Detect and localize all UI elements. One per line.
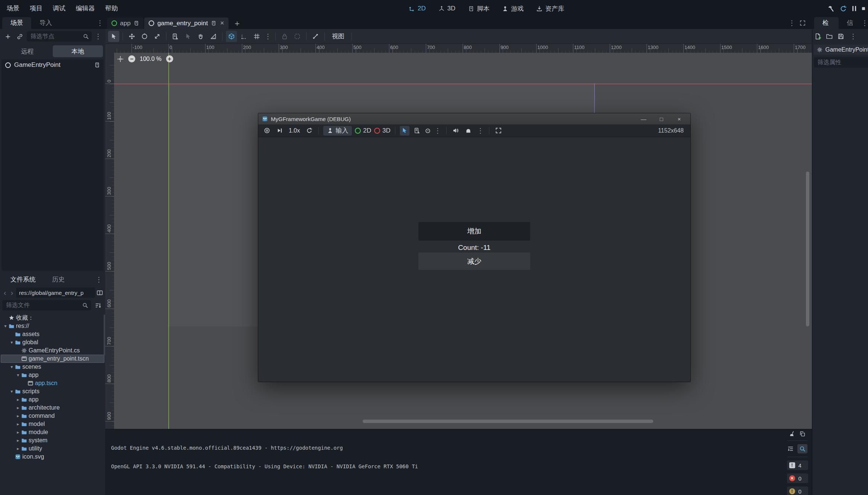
decrease-button[interactable]: 减少	[418, 253, 530, 270]
restart-game-button[interactable]	[840, 5, 847, 12]
debug-3d-toggle[interactable]: 3D	[374, 126, 391, 136]
workspace-game-button[interactable]: 游戏	[502, 4, 524, 13]
fs-tree-row[interactable]: GameEntryPoint.cs	[1, 346, 104, 355]
scene-tree-menu-button[interactable]: ⋮	[94, 30, 102, 42]
pause-button[interactable]	[262, 126, 272, 136]
expand-arrow-icon[interactable]: ▾	[2, 323, 9, 329]
save-resource-button[interactable]	[838, 33, 844, 40]
open-script-icon[interactable]	[94, 62, 100, 68]
embed-fullscreen-button[interactable]	[494, 126, 503, 136]
nav-forward-button[interactable]: ›	[9, 289, 15, 297]
script-icon[interactable]	[133, 20, 139, 26]
new-resource-button[interactable]	[814, 33, 821, 40]
pivot-tool-button[interactable]	[182, 31, 194, 42]
menu-帮助[interactable]: 帮助	[100, 0, 123, 17]
selection-options-menu[interactable]: ⋮	[434, 125, 442, 137]
fs-tree-row[interactable]: ▸model	[1, 420, 104, 428]
select-tool-button[interactable]	[108, 31, 119, 42]
errors-filter-badge[interactable]: × 0	[787, 473, 808, 483]
scene-filter-input[interactable]	[27, 31, 92, 42]
expand-arrow-icon[interactable]: ▸	[15, 430, 21, 435]
pan-tool-button[interactable]	[195, 31, 206, 42]
menu-项目[interactable]: 项目	[25, 0, 48, 17]
fs-tree-row[interactable]: ▸system	[1, 436, 104, 444]
expand-arrow-icon[interactable]: ▾	[15, 372, 21, 378]
path-input[interactable]	[16, 287, 95, 298]
messages-filter-badge[interactable]: ! 4	[787, 460, 808, 470]
2d-viewport[interactable]: − 100.0 % + MyGFrameworkGame (DEBUG) — □…	[114, 53, 812, 429]
lock-node-button[interactable]	[279, 31, 290, 42]
resource-menu-button[interactable]: ⋮	[849, 30, 857, 42]
close-tab-icon[interactable]: ×	[220, 19, 224, 27]
scale-tool-button[interactable]	[152, 31, 163, 42]
list-select-tool-button[interactable]	[170, 31, 181, 42]
tab-history[interactable]: 历史	[44, 274, 73, 286]
expand-arrow-icon[interactable]: ▸	[15, 446, 21, 451]
fs-tree-row[interactable]: game_entry_point.tscn	[1, 355, 104, 363]
fs-tree-row[interactable]: ▾app	[1, 371, 104, 379]
property-filter-input[interactable]	[814, 57, 868, 68]
list-select-button[interactable]	[412, 126, 422, 136]
smart-snap-toggle[interactable]	[226, 31, 237, 42]
right-dock-menu-button[interactable]: ⋮	[861, 17, 868, 29]
fs-tree-row[interactable]: assets	[1, 330, 104, 338]
fs-tree-row[interactable]: icon.svg	[1, 453, 104, 461]
search-output-toggle[interactable]	[797, 444, 807, 453]
ruler-tool-button[interactable]	[208, 31, 219, 42]
expand-arrow-icon[interactable]: ▸	[15, 438, 21, 443]
fs-tree-row[interactable]: 收藏：	[1, 314, 104, 322]
fs-tree-row[interactable]: ▾global	[1, 338, 104, 346]
fs-tree-row[interactable]: ▾scenes	[1, 363, 104, 371]
zoom-level-label[interactable]: 100.0 %	[140, 56, 162, 62]
zoom-in-button[interactable]: +	[166, 55, 173, 62]
vertical-scrollbar[interactable]	[806, 172, 809, 326]
next-frame-button[interactable]	[275, 126, 284, 136]
speed-selector[interactable]: 1.0x	[287, 127, 301, 134]
script-icon[interactable]	[211, 20, 216, 26]
left-dock-menu-button[interactable]: ⋮	[96, 17, 104, 29]
clear-output-button[interactable]	[789, 431, 796, 437]
fs-tree-row[interactable]: ▾scripts	[1, 387, 104, 395]
file-filter-input[interactable]	[2, 300, 91, 310]
workspace-assetlib-button[interactable]: 资产库	[536, 4, 564, 13]
debug-2d-toggle[interactable]: 2D	[355, 126, 371, 136]
increase-button[interactable]: 增加	[418, 222, 530, 241]
view-menu-button[interactable]: 视图	[328, 32, 348, 40]
expand-arrow-icon[interactable]: ▾	[9, 364, 15, 369]
scene-tabs-menu-button[interactable]: ⋮	[788, 17, 796, 29]
fs-tree-row[interactable]: ▸module	[1, 428, 104, 436]
split-view-icon[interactable]	[97, 290, 103, 296]
warnings-filter-badge[interactable]: ! 0	[787, 486, 808, 495]
tab-scene-dock[interactable]: 场景	[2, 17, 31, 29]
expand-editor-icon[interactable]	[800, 20, 806, 26]
inspected-object-header[interactable]: GameEntryPoint.cs	[814, 45, 868, 55]
gesture-tool-button[interactable]	[464, 126, 473, 136]
menu-编辑器[interactable]: 编辑器	[71, 0, 100, 17]
group-node-button[interactable]	[292, 31, 303, 42]
center-view-icon[interactable]	[117, 56, 124, 62]
expand-arrow-icon[interactable]: ▾	[9, 340, 15, 345]
add-scene-tab-button[interactable]: ＋	[229, 18, 245, 29]
workspace-3d-button[interactable]: 3D	[438, 5, 456, 12]
fs-tree-row[interactable]: ▸architecture	[1, 404, 104, 412]
close-button[interactable]: ×	[672, 116, 687, 122]
expand-arrow-icon[interactable]: ▸	[15, 413, 21, 419]
nav-back-button[interactable]: ‹	[2, 289, 8, 297]
workspace-2d-button[interactable]: 2D	[409, 5, 426, 12]
tab-filesystem[interactable]: 文件系统	[2, 274, 44, 286]
remote-button[interactable]: 远程	[2, 45, 53, 57]
pause-game-button[interactable]	[852, 6, 856, 11]
fs-tree-row[interactable]: ▾res://	[1, 322, 104, 330]
input-mode-toggle[interactable]: 输入	[323, 126, 352, 136]
expand-arrow-icon[interactable]: ▸	[15, 421, 21, 427]
rotate-tool-button[interactable]	[139, 31, 150, 42]
skeleton-options-button[interactable]	[310, 31, 321, 42]
reset-speed-button[interactable]	[304, 126, 314, 136]
fs-tree-row[interactable]: app.tscn	[1, 379, 104, 387]
scene-tab-game-entry-point[interactable]: game_entry_point ×	[144, 17, 229, 29]
expand-arrow-icon[interactable]: ▸	[15, 405, 21, 410]
local-button[interactable]: 本地	[53, 45, 103, 57]
zoom-out-button[interactable]: −	[128, 55, 135, 62]
grid-snap-toggle[interactable]	[239, 31, 250, 42]
sort-files-button[interactable]	[93, 300, 103, 310]
